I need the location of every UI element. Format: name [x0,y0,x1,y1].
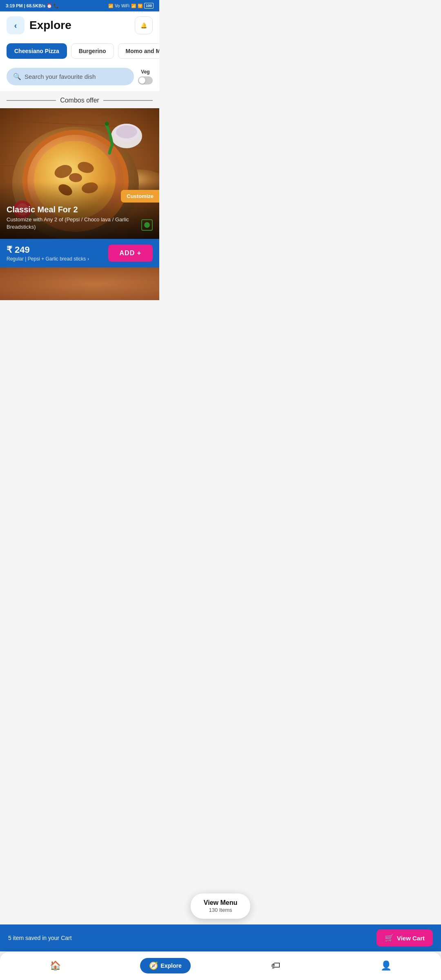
veg-toggle[interactable] [138,76,153,85]
veg-badge [141,219,153,231]
back-button[interactable]: ‹ [7,16,24,34]
right-divider [103,100,153,101]
food-overlay-text: Classic Meal For 2 Customize with Any 2 … [7,205,153,231]
tab-momo-and-me[interactable]: Momo and Me [118,43,159,59]
section-title: Combos offer [60,97,99,104]
veg-label: Veg [141,69,149,75]
section-header: Combos offer [0,91,159,108]
svg-point-22 [105,122,109,126]
search-icon: 🔍 [13,73,21,80]
search-bar[interactable]: 🔍 Search your favourite dish [7,68,134,85]
header: ‹ Explore 🔔 [0,11,159,39]
category-tabs: Cheesiano Pizza Burgerino Momo and Me [0,39,159,64]
price-info: ₹ 249 Regular | Pepsi + Garlic bread sti… [7,245,89,262]
food-variant: Regular | Pepsi + Garlic bread sticks › [7,256,89,262]
tab-cheesiano-pizza[interactable]: Cheesiano Pizza [7,43,67,59]
veg-dot-icon [144,222,150,228]
food-card: Classic Meal For 2 Customize with Any 2 … [0,108,159,267]
next-card-preview [0,267,159,300]
food-title: Classic Meal For 2 [7,205,153,214]
customize-badge[interactable]: Customize [121,190,159,203]
status-bar: 3:19 PM | 68.5KB/s ⏰ 📞 📶 Vo WiFi 📶 🛜 100 [0,0,159,11]
tab-burgerino[interactable]: Burgerino [71,43,114,59]
svg-point-21 [116,125,137,138]
notification-button[interactable]: 🔔 [135,16,153,34]
back-arrow-icon: ‹ [14,21,17,30]
status-time-speed: 3:19 PM | 68.5KB/s ⏰ 📞 [6,3,59,9]
food-price: ₹ 249 [7,245,89,255]
next-card-bg [0,267,159,300]
battery-icon: 100 [144,3,154,9]
food-image: Classic Meal For 2 Customize with Any 2 … [0,108,159,239]
add-to-cart-button[interactable]: ADD + [108,245,153,262]
left-divider [7,100,56,101]
page-title: Explore [29,19,135,32]
search-placeholder: Search your favourite dish [24,73,96,80]
food-description: Customize with Any 2 of (Pepsi / Choco l… [7,216,153,231]
price-row: ₹ 249 Regular | Pepsi + Garlic bread sti… [0,239,159,267]
veg-toggle-section: Veg [138,69,153,85]
search-section: 🔍 Search your favourite dish Veg [0,64,159,91]
bell-icon: 🔔 [140,22,147,29]
toggle-thumb [139,77,145,84]
status-icons: 📶 Vo WiFi 📶 🛜 100 [108,3,154,9]
